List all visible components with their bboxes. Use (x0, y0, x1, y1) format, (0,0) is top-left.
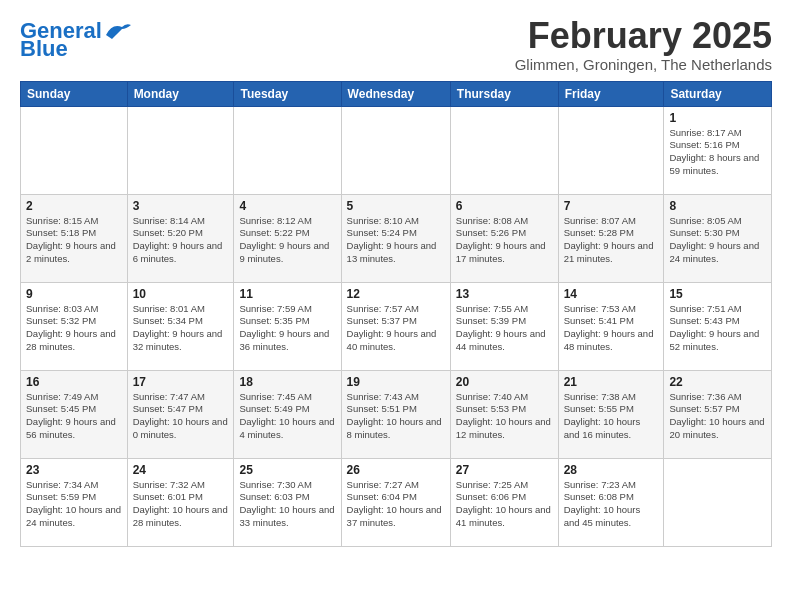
calendar-week-row: 9Sunrise: 8:03 AM Sunset: 5:32 PM Daylig… (21, 282, 772, 370)
day-info: Sunrise: 7:51 AM Sunset: 5:43 PM Dayligh… (669, 303, 766, 354)
logo-blue: Blue (20, 38, 68, 60)
day-info: Sunrise: 7:43 AM Sunset: 5:51 PM Dayligh… (347, 391, 445, 442)
day-info: Sunrise: 8:03 AM Sunset: 5:32 PM Dayligh… (26, 303, 122, 354)
day-info: Sunrise: 7:45 AM Sunset: 5:49 PM Dayligh… (239, 391, 335, 442)
calendar-day-cell: 27Sunrise: 7:25 AM Sunset: 6:06 PM Dayli… (450, 458, 558, 546)
calendar-day-cell: 12Sunrise: 7:57 AM Sunset: 5:37 PM Dayli… (341, 282, 450, 370)
calendar-day-cell (127, 106, 234, 194)
day-number: 16 (26, 375, 122, 389)
day-number: 22 (669, 375, 766, 389)
day-number: 28 (564, 463, 659, 477)
day-number: 1 (669, 111, 766, 125)
weekday-header-cell: Wednesday (341, 81, 450, 106)
day-info: Sunrise: 7:34 AM Sunset: 5:59 PM Dayligh… (26, 479, 122, 530)
calendar-day-cell (341, 106, 450, 194)
calendar-day-cell: 9Sunrise: 8:03 AM Sunset: 5:32 PM Daylig… (21, 282, 128, 370)
day-info: Sunrise: 8:07 AM Sunset: 5:28 PM Dayligh… (564, 215, 659, 266)
calendar-day-cell: 26Sunrise: 7:27 AM Sunset: 6:04 PM Dayli… (341, 458, 450, 546)
day-number: 6 (456, 199, 553, 213)
calendar-day-cell (21, 106, 128, 194)
logo-bird-icon (104, 21, 132, 41)
calendar-day-cell: 22Sunrise: 7:36 AM Sunset: 5:57 PM Dayli… (664, 370, 772, 458)
title-block: February 2025 Glimmen, Groningen, The Ne… (515, 16, 772, 73)
weekday-header-cell: Friday (558, 81, 664, 106)
day-info: Sunrise: 8:08 AM Sunset: 5:26 PM Dayligh… (456, 215, 553, 266)
day-info: Sunrise: 7:47 AM Sunset: 5:47 PM Dayligh… (133, 391, 229, 442)
calendar-day-cell: 21Sunrise: 7:38 AM Sunset: 5:55 PM Dayli… (558, 370, 664, 458)
day-number: 3 (133, 199, 229, 213)
calendar-table: SundayMondayTuesdayWednesdayThursdayFrid… (20, 81, 772, 547)
calendar-day-cell: 20Sunrise: 7:40 AM Sunset: 5:53 PM Dayli… (450, 370, 558, 458)
day-number: 4 (239, 199, 335, 213)
calendar-day-cell: 15Sunrise: 7:51 AM Sunset: 5:43 PM Dayli… (664, 282, 772, 370)
day-number: 14 (564, 287, 659, 301)
calendar-day-cell: 7Sunrise: 8:07 AM Sunset: 5:28 PM Daylig… (558, 194, 664, 282)
weekday-header-cell: Saturday (664, 81, 772, 106)
calendar-day-cell: 28Sunrise: 7:23 AM Sunset: 6:08 PM Dayli… (558, 458, 664, 546)
calendar-day-cell: 6Sunrise: 8:08 AM Sunset: 5:26 PM Daylig… (450, 194, 558, 282)
day-number: 11 (239, 287, 335, 301)
day-number: 19 (347, 375, 445, 389)
day-info: Sunrise: 7:25 AM Sunset: 6:06 PM Dayligh… (456, 479, 553, 530)
day-info: Sunrise: 7:38 AM Sunset: 5:55 PM Dayligh… (564, 391, 659, 442)
day-info: Sunrise: 7:36 AM Sunset: 5:57 PM Dayligh… (669, 391, 766, 442)
day-number: 8 (669, 199, 766, 213)
calendar-day-cell: 13Sunrise: 7:55 AM Sunset: 5:39 PM Dayli… (450, 282, 558, 370)
day-info: Sunrise: 7:32 AM Sunset: 6:01 PM Dayligh… (133, 479, 229, 530)
calendar-day-cell: 14Sunrise: 7:53 AM Sunset: 5:41 PM Dayli… (558, 282, 664, 370)
main-container: General Blue February 2025 Glimmen, Gron… (0, 0, 792, 557)
location-subtitle: Glimmen, Groningen, The Netherlands (515, 56, 772, 73)
calendar-day-cell (450, 106, 558, 194)
day-number: 2 (26, 199, 122, 213)
calendar-day-cell: 10Sunrise: 8:01 AM Sunset: 5:34 PM Dayli… (127, 282, 234, 370)
day-number: 9 (26, 287, 122, 301)
day-info: Sunrise: 7:40 AM Sunset: 5:53 PM Dayligh… (456, 391, 553, 442)
weekday-header-cell: Monday (127, 81, 234, 106)
day-info: Sunrise: 8:10 AM Sunset: 5:24 PM Dayligh… (347, 215, 445, 266)
day-number: 7 (564, 199, 659, 213)
calendar-body: 1Sunrise: 8:17 AM Sunset: 5:16 PM Daylig… (21, 106, 772, 546)
calendar-day-cell: 16Sunrise: 7:49 AM Sunset: 5:45 PM Dayli… (21, 370, 128, 458)
day-info: Sunrise: 7:23 AM Sunset: 6:08 PM Dayligh… (564, 479, 659, 530)
calendar-week-row: 16Sunrise: 7:49 AM Sunset: 5:45 PM Dayli… (21, 370, 772, 458)
weekday-header-cell: Tuesday (234, 81, 341, 106)
weekday-header-cell: Thursday (450, 81, 558, 106)
day-info: Sunrise: 8:17 AM Sunset: 5:16 PM Dayligh… (669, 127, 766, 178)
day-info: Sunrise: 8:12 AM Sunset: 5:22 PM Dayligh… (239, 215, 335, 266)
header: General Blue February 2025 Glimmen, Gron… (20, 16, 772, 73)
day-info: Sunrise: 8:01 AM Sunset: 5:34 PM Dayligh… (133, 303, 229, 354)
calendar-day-cell: 19Sunrise: 7:43 AM Sunset: 5:51 PM Dayli… (341, 370, 450, 458)
day-number: 15 (669, 287, 766, 301)
day-info: Sunrise: 8:05 AM Sunset: 5:30 PM Dayligh… (669, 215, 766, 266)
day-info: Sunrise: 8:15 AM Sunset: 5:18 PM Dayligh… (26, 215, 122, 266)
day-number: 27 (456, 463, 553, 477)
calendar-day-cell: 1Sunrise: 8:17 AM Sunset: 5:16 PM Daylig… (664, 106, 772, 194)
day-info: Sunrise: 7:27 AM Sunset: 6:04 PM Dayligh… (347, 479, 445, 530)
calendar-day-cell: 23Sunrise: 7:34 AM Sunset: 5:59 PM Dayli… (21, 458, 128, 546)
day-number: 24 (133, 463, 229, 477)
weekday-header-cell: Sunday (21, 81, 128, 106)
day-number: 20 (456, 375, 553, 389)
day-info: Sunrise: 7:49 AM Sunset: 5:45 PM Dayligh… (26, 391, 122, 442)
calendar-day-cell: 11Sunrise: 7:59 AM Sunset: 5:35 PM Dayli… (234, 282, 341, 370)
logo: General Blue (20, 20, 132, 60)
day-info: Sunrise: 7:55 AM Sunset: 5:39 PM Dayligh… (456, 303, 553, 354)
calendar-day-cell (234, 106, 341, 194)
calendar-day-cell: 25Sunrise: 7:30 AM Sunset: 6:03 PM Dayli… (234, 458, 341, 546)
day-info: Sunrise: 7:57 AM Sunset: 5:37 PM Dayligh… (347, 303, 445, 354)
calendar-day-cell: 2Sunrise: 8:15 AM Sunset: 5:18 PM Daylig… (21, 194, 128, 282)
calendar-day-cell: 3Sunrise: 8:14 AM Sunset: 5:20 PM Daylig… (127, 194, 234, 282)
calendar-day-cell: 24Sunrise: 7:32 AM Sunset: 6:01 PM Dayli… (127, 458, 234, 546)
day-number: 21 (564, 375, 659, 389)
day-info: Sunrise: 7:30 AM Sunset: 6:03 PM Dayligh… (239, 479, 335, 530)
calendar-day-cell: 18Sunrise: 7:45 AM Sunset: 5:49 PM Dayli… (234, 370, 341, 458)
day-number: 23 (26, 463, 122, 477)
day-info: Sunrise: 8:14 AM Sunset: 5:20 PM Dayligh… (133, 215, 229, 266)
day-number: 10 (133, 287, 229, 301)
day-number: 13 (456, 287, 553, 301)
month-title: February 2025 (515, 16, 772, 56)
day-number: 25 (239, 463, 335, 477)
calendar-week-row: 2Sunrise: 8:15 AM Sunset: 5:18 PM Daylig… (21, 194, 772, 282)
day-number: 17 (133, 375, 229, 389)
calendar-day-cell: 5Sunrise: 8:10 AM Sunset: 5:24 PM Daylig… (341, 194, 450, 282)
